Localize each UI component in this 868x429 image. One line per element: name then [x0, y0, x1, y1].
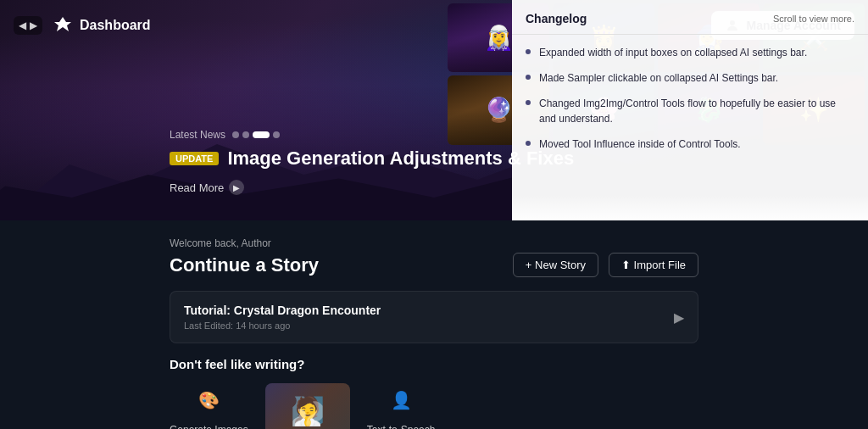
changelog-header: Changelog Scroll to view more.: [512, 0, 868, 35]
changelog-bullet-icon: [526, 49, 531, 54]
logo-icon: [53, 15, 73, 36]
news-dot-3[interactable]: [253, 131, 270, 138]
changelog-items[interactable]: Expanded width of input boxes on collaps…: [512, 35, 868, 220]
changelog-bullet-icon: [526, 100, 531, 105]
generate-images-tool[interactable]: 🎨 Generate Images: [170, 383, 248, 429]
changelog-panel: Changelog Scroll to view more. Expanded …: [512, 0, 868, 220]
bottom-section: Welcome back, Author Continue a Story + …: [0, 220, 868, 429]
news-dot-2[interactable]: [242, 131, 249, 138]
new-story-button[interactable]: + New Story: [513, 253, 598, 277]
changelog-text-4: Moved Tool Influence inside of Control T…: [539, 136, 741, 152]
welcome-text: Welcome back, Author: [170, 237, 698, 249]
header-left: ◀ ▶ Dashboard: [14, 15, 151, 36]
changelog-item-4: Moved Tool Influence inside of Control T…: [526, 136, 854, 152]
changelog-item-2: Made Sampler clickable on collapsed AI S…: [526, 70, 854, 86]
story-actions: + New Story ⬆ Import File: [513, 253, 698, 277]
generate-images-label: Generate Images: [170, 424, 248, 429]
import-file-label: ⬆ Import File: [621, 259, 686, 271]
hero-section: 🧝‍♀️ 👸 🧙‍♀️ ⚔️ 🔮 🌸 🐉 ✨ ◀ ▶: [0, 0, 868, 220]
changelog-bullet-icon: [526, 75, 531, 80]
changelog-title: Changelog: [526, 12, 587, 25]
read-more-label: Read More: [170, 181, 224, 194]
tool-image-preview: 🧖: [265, 383, 350, 429]
changelog-scroll-hint: Scroll to view more.: [773, 14, 854, 24]
page-title: Dashboard: [80, 18, 151, 33]
changelog-item-3: Changed Img2Img/Control Tools flow to ho…: [526, 96, 854, 126]
logo-area: Dashboard: [53, 15, 151, 36]
continue-story-title: Continue a Story: [170, 254, 319, 276]
update-badge: Update: [170, 152, 219, 165]
generate-images-icon: 🎨: [192, 383, 225, 417]
nav-back-icon[interactable]: ◀: [19, 20, 26, 31]
news-dot-4[interactable]: [273, 131, 280, 138]
import-file-button[interactable]: ⬆ Import File: [609, 253, 698, 277]
news-dots: [232, 131, 280, 138]
text-to-speech-tool[interactable]: 👤 Text-to-Speech: [367, 383, 436, 429]
new-story-label: + New Story: [526, 259, 586, 271]
latest-news-text: Latest News: [170, 129, 225, 141]
changelog-bullet-icon: [526, 141, 531, 146]
story-item-meta: Last Edited: 14 hours ago: [184, 320, 381, 331]
read-more-arrow-icon: ▶: [229, 180, 244, 195]
text-to-speech-icon: 👤: [384, 383, 418, 417]
changelog-text-1: Expanded width of input boxes on collaps…: [539, 45, 807, 60]
changelog-text-2: Made Sampler clickable on collapsed AI S…: [539, 70, 778, 86]
nav-forward-icon[interactable]: ▶: [30, 20, 37, 31]
story-list-item[interactable]: Tutorial: Crystal Dragon Encounter Last …: [170, 291, 698, 343]
changelog-item-1: Expanded width of input boxes on collaps…: [526, 45, 854, 60]
story-item-info: Tutorial: Crystal Dragon Encounter Last …: [184, 304, 381, 331]
news-dot-1[interactable]: [232, 131, 239, 138]
text-to-speech-label: Text-to-Speech: [367, 424, 436, 429]
dont-feel-section-title: Don't feel like writing?: [170, 357, 698, 371]
tools-row: 🎨 Generate Images 🧖 👤 Text-to-Speech: [170, 383, 698, 429]
changelog-text-3: Changed Img2Img/Control Tools flow to ho…: [539, 96, 854, 126]
changelog-fade: [512, 195, 868, 220]
story-item-arrow-icon: ▶: [674, 309, 684, 326]
continue-story-header: Continue a Story + New Story ⬆ Import Fi…: [170, 253, 698, 277]
read-more-button[interactable]: Read More ▶: [170, 180, 244, 195]
story-item-title: Tutorial: Crystal Dragon Encounter: [184, 304, 381, 317]
nav-arrows: ◀ ▶: [14, 16, 42, 35]
